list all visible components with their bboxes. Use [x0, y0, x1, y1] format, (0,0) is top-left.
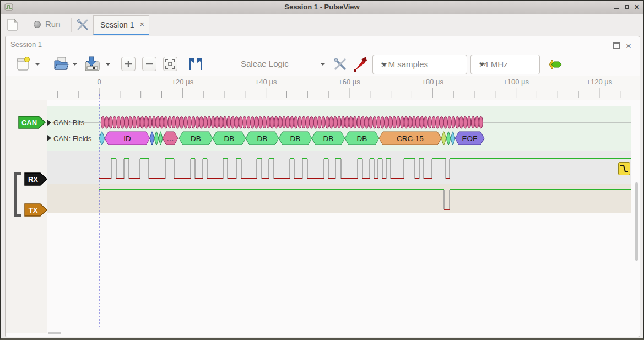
- open-file-dropdown-caret[interactable]: [72, 63, 78, 66]
- save-icon[interactable]: [84, 56, 101, 72]
- title-bar[interactable]: Session 1 - PulseView ✕: [1, 1, 643, 14]
- sample-count-combo[interactable]: 5 M samples: [372, 55, 467, 74]
- channels-probe-icon[interactable]: [353, 56, 367, 72]
- trace-header-margin: [6, 100, 47, 333]
- tx-trace-band: [47, 184, 631, 213]
- device-dropdown-caret[interactable]: [320, 63, 326, 66]
- open-file-icon[interactable]: [53, 56, 69, 71]
- configure-device-icon[interactable]: [333, 57, 347, 71]
- new-file-dropdown-caret[interactable]: [35, 63, 40, 66]
- tab-label: Session 1: [100, 20, 134, 29]
- subwindow-close-button[interactable]: ×: [626, 41, 631, 52]
- zoom-fit-button[interactable]: [163, 57, 177, 71]
- decoder-trace-band: [47, 106, 631, 151]
- vertical-scrollbar-thumb[interactable]: [635, 182, 638, 261]
- sample-count-caret: [381, 63, 387, 66]
- new-session-icon[interactable]: [7, 19, 18, 31]
- pulseview-window: Session 1 - PulseView ✕ Run Session 1 × …: [0, 0, 644, 340]
- sample-count-value: 5 M samples: [381, 60, 428, 69]
- subwindow-title: Session 1: [10, 40, 42, 48]
- new-file-icon[interactable]: [17, 57, 30, 71]
- run-led-icon: [34, 21, 41, 28]
- trigger-marker-falling-edge[interactable]: [618, 162, 630, 175]
- zoom-in-button[interactable]: [121, 57, 136, 71]
- horizontal-scrollbar-thumb[interactable]: [48, 332, 61, 334]
- zoom-out-button[interactable]: [142, 57, 156, 71]
- main-toolbar: Run Session 1 ×: [1, 14, 643, 35]
- run-button[interactable]: Run: [45, 19, 61, 29]
- close-button[interactable]: ✕: [632, 2, 642, 12]
- tab-session-1[interactable]: Session 1 ×: [93, 15, 149, 35]
- device-select[interactable]: Saleae Logic: [241, 59, 289, 68]
- subwindow-restore-button[interactable]: [613, 42, 620, 49]
- ruler-area: [6, 76, 640, 100]
- device-group-bracket: [14, 172, 21, 217]
- tab-close-icon[interactable]: ×: [140, 20, 144, 29]
- sample-rate-caret: [479, 63, 485, 66]
- maximize-button[interactable]: [622, 2, 632, 12]
- decoder-row-label-fields[interactable]: CAN: Fields: [53, 134, 91, 143]
- decoder-row-label-bits[interactable]: CAN: Bits: [53, 118, 84, 127]
- rx-trace-band: [47, 151, 631, 184]
- save-dropdown-caret[interactable]: [105, 63, 111, 66]
- window-title: Session 1 - PulseView: [1, 3, 643, 11]
- minimize-button[interactable]: [611, 2, 621, 12]
- settings-icon[interactable]: [77, 19, 89, 31]
- add-decoder-icon[interactable]: [548, 59, 564, 70]
- sample-rate-combo[interactable]: 24 MHz: [470, 55, 540, 74]
- show-cursors-icon[interactable]: [188, 57, 203, 71]
